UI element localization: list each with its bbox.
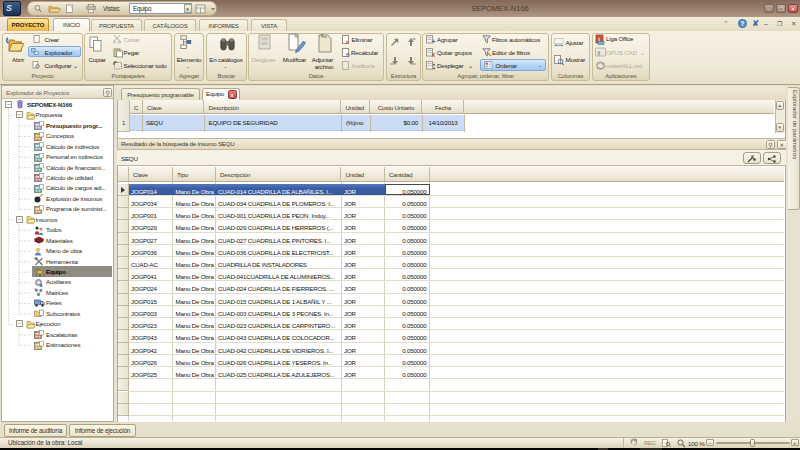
- svg-text:+: +: [431, 38, 435, 45]
- svg-text:x: x: [346, 39, 350, 45]
- svg-text:x: x: [431, 51, 435, 58]
- svg-text:↻: ↻: [346, 52, 350, 58]
- svg-text:▮: ▮: [597, 50, 600, 56]
